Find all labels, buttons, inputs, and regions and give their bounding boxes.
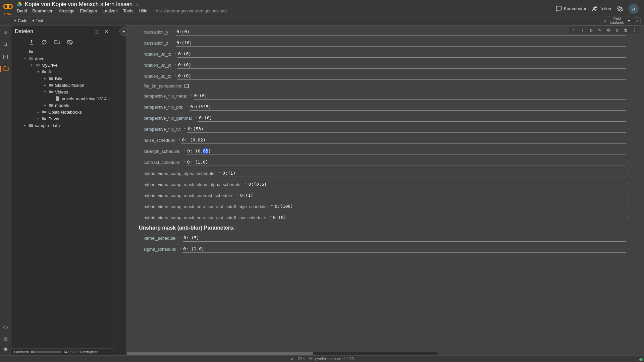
menu-laufzeit[interactable]: Laufzeit (103, 8, 118, 13)
chevron-right-icon: ▸ (36, 110, 40, 114)
param-input[interactable] (181, 136, 627, 144)
tree-bild[interactable]: ▸Bild (11, 75, 113, 82)
horizontal-scrollbar[interactable] (127, 352, 437, 355)
code-snippets-icon[interactable]: <> (3, 324, 9, 330)
terminal-icon[interactable]: ▣ (3, 346, 9, 352)
menu-hilfe[interactable]: Hilfe (139, 8, 147, 13)
resource-meter[interactable]: RAM Laufwerk (610, 17, 624, 24)
chevron-down-icon[interactable]: ▼ (627, 19, 631, 23)
param-checkbox[interactable] (184, 84, 189, 88)
quote-icon: " (628, 247, 629, 252)
quote-icon: " (628, 105, 629, 110)
menu-einfuegen[interactable]: Einfügen (80, 8, 97, 13)
tree-label: sample_data (35, 123, 60, 128)
sidebar-toolbar (11, 38, 113, 48)
tree-mydrive[interactable]: ▾MyDrive (11, 62, 113, 68)
gear-icon[interactable]: ⚙ (605, 26, 612, 34)
param-input[interactable] (198, 114, 626, 122)
param-input[interactable] (248, 181, 627, 188)
folder-icon (42, 69, 47, 74)
tree-drive[interactable]: ▾drive (11, 55, 113, 62)
file-icon (55, 96, 60, 101)
chevron-right-icon: ▸ (23, 124, 27, 127)
mount-drive-icon[interactable] (54, 39, 60, 46)
quote-icon: " (174, 52, 176, 57)
avatar[interactable]: a (629, 4, 639, 14)
param-input[interactable] (186, 159, 627, 166)
tree-sampledata[interactable]: ▸sample_data (11, 122, 113, 129)
plus-icon: + (32, 18, 35, 23)
tree-sd[interactable]: ▸StableDiffusion (11, 82, 113, 88)
param-input[interactable] (274, 203, 626, 210)
param-row: perspective_flip_fv:"" (144, 125, 631, 133)
param-input[interactable] (194, 92, 627, 100)
svg-point-5 (595, 6, 597, 8)
param-input[interactable] (177, 72, 626, 80)
run-cell-button[interactable] (119, 27, 128, 36)
menu-bearbeiten[interactable]: Bearbeiten (32, 8, 53, 13)
add-code-button[interactable]: +Code (14, 18, 28, 23)
edit-icon[interactable]: ✎ (596, 26, 603, 34)
folder-icon (48, 89, 54, 95)
chevron-right-icon: ▸ (43, 77, 47, 80)
param-input[interactable] (182, 245, 626, 253)
move-down-icon[interactable]: ↓ (579, 26, 586, 34)
sidebar: Dateien ◻ ✕ .. ▾drive ▾MyDrive ▾AI ▸Bild… (11, 25, 113, 355)
menu-anzeige[interactable]: Anzeige (59, 8, 74, 13)
quote-icon: " (184, 149, 185, 154)
param-input[interactable] (177, 61, 626, 69)
param-label: flip_2d_perspective: (144, 83, 182, 88)
doc-title[interactable]: Kopie von Kopie von Mensch altern lassen (25, 1, 132, 8)
param-label: translation_z: (144, 41, 169, 46)
tree-models[interactable]: ▸models (11, 102, 113, 109)
tree-dotdot[interactable]: .. (11, 48, 113, 55)
param-input[interactable] (183, 234, 626, 242)
quote-icon: " (219, 171, 221, 176)
gear-icon[interactable] (616, 5, 623, 12)
param-input[interactable] (222, 170, 626, 177)
more-icon[interactable]: ⋮ (631, 26, 638, 34)
chevron-down-icon: ▾ (36, 70, 40, 73)
tree-videos[interactable]: ▾Videos (11, 88, 113, 95)
add-text-button[interactable]: +Text (32, 18, 43, 23)
search-icon[interactable] (3, 42, 9, 48)
param-input[interactable] (239, 192, 626, 199)
star-icon[interactable]: ☆ (135, 1, 140, 8)
param-input[interactable] (186, 147, 626, 155)
quote-icon: " (628, 127, 629, 132)
toc-icon[interactable]: ≡ (3, 29, 9, 36)
link-icon[interactable]: ⧉ (587, 26, 595, 34)
folder-icon (48, 76, 54, 81)
menu-datei[interactable]: Datei (17, 8, 27, 13)
tree-privat[interactable]: ▸Privat (11, 115, 113, 122)
tree-ai[interactable]: ▾AI (11, 68, 113, 75)
new-window-icon[interactable]: ◻ (93, 28, 100, 35)
tree-video-file[interactable]: pexels-maxi-leiva-1314... (11, 95, 113, 102)
param-input[interactable] (190, 103, 626, 111)
teilen-button[interactable]: Teilen (592, 6, 611, 12)
param-input[interactable] (272, 214, 626, 221)
close-icon[interactable]: ✕ (103, 28, 110, 35)
param-input[interactable] (176, 39, 626, 47)
files-icon[interactable] (0, 66, 11, 72)
command-palette-icon[interactable]: ▤ (3, 335, 9, 341)
upload-icon[interactable] (28, 39, 35, 46)
param-input[interactable] (187, 125, 626, 133)
variables-icon[interactable]: {x} (3, 54, 9, 60)
plus-icon: + (14, 18, 16, 23)
hide-icon[interactable] (66, 39, 73, 46)
refresh-icon[interactable] (41, 39, 48, 46)
move-up-icon[interactable]: ↑ (570, 26, 577, 34)
menu-tools[interactable]: Tools (123, 8, 133, 13)
kommentar-button[interactable]: Kommentar (556, 6, 586, 12)
param-row: rotation_3d_y:"" (144, 61, 631, 69)
tree-label: models (55, 103, 69, 108)
mirror-icon[interactable]: ⧈ (613, 26, 621, 34)
collapse-button[interactable]: ᐱ (634, 17, 641, 24)
tree-colab[interactable]: ▸Colab Notebooks (11, 109, 113, 115)
quote-icon: " (628, 116, 629, 121)
param-input[interactable] (177, 50, 626, 58)
saved-status[interactable]: Alle Änderungen wurden gespeichert (155, 8, 227, 13)
delete-icon[interactable]: 🗑 (622, 26, 630, 34)
param-input[interactable] (176, 28, 626, 36)
